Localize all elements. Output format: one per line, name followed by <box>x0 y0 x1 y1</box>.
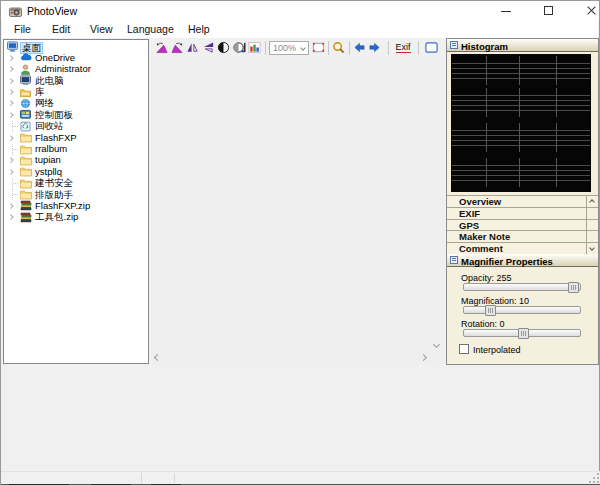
scroll-up-icon[interactable] <box>589 199 595 205</box>
tree-item[interactable]: 库 <box>4 87 148 98</box>
collapse-icon[interactable] <box>450 256 458 264</box>
expand-chevron-icon[interactable] <box>8 55 13 60</box>
tree-item-label[interactable]: 库 <box>35 87 45 98</box>
tree-item-label[interactable]: 控制面板 <box>35 110 73 121</box>
rotate-right-icon[interactable] <box>171 41 184 54</box>
collapse-icon[interactable] <box>450 41 458 49</box>
scroll-down-icon[interactable] <box>433 341 440 348</box>
magnification-slider[interactable] <box>463 306 581 314</box>
user-icon <box>20 64 32 75</box>
expand-chevron-icon[interactable] <box>8 203 13 208</box>
histogram-header[interactable]: Histogram <box>447 39 598 52</box>
back-arrow-icon[interactable] <box>353 41 366 54</box>
section-comment[interactable]: Comment <box>447 242 598 254</box>
tree-item[interactable]: 回收站 <box>4 121 148 132</box>
image-viewer[interactable] <box>151 57 444 364</box>
tree-item-label[interactable]: ystpllq <box>35 167 62 178</box>
opacity-slider[interactable] <box>463 283 581 291</box>
section-overview[interactable]: Overview <box>447 195 598 207</box>
tree-item-label[interactable]: 工具包.zip <box>35 212 78 223</box>
tree-item[interactable]: 网络 <box>4 98 148 109</box>
expand-chevron-icon[interactable] <box>8 89 13 94</box>
tree-item-label[interactable]: OneDrive <box>35 53 75 64</box>
resize-grip[interactable] <box>589 473 599 483</box>
expand-chevron-icon[interactable] <box>8 158 13 163</box>
rotate-left-icon[interactable] <box>155 41 168 54</box>
histogram-title: Histogram <box>461 41 508 52</box>
tree-item[interactable]: 排版助手 <box>4 189 148 200</box>
tree-item[interactable]: 控制面板 <box>4 109 148 120</box>
interpolated-checkbox[interactable] <box>459 344 469 354</box>
section-maker-note[interactable]: Maker Note <box>447 230 598 242</box>
crop-marks-icon[interactable] <box>312 41 325 54</box>
flip-horizontal-icon[interactable] <box>186 41 199 54</box>
scroll-left-icon[interactable] <box>154 354 161 361</box>
tree-item[interactable]: tupian <box>4 155 148 166</box>
section-gps[interactable]: GPS <box>447 219 598 231</box>
metadata-scrollbar[interactable] <box>586 195 598 254</box>
brightness-icon[interactable] <box>233 41 246 54</box>
tree-item-label[interactable]: FlashFXP <box>35 133 77 144</box>
app-icon <box>9 5 22 18</box>
opacity-slider-thumb[interactable] <box>568 282 579 293</box>
tree-item[interactable]: 此电脑 <box>4 75 148 86</box>
tree-item-label[interactable]: 此电脑 <box>35 76 64 87</box>
zoom-combobox[interactable]: 100% <box>269 41 309 55</box>
maximize-button[interactable] <box>532 1 566 21</box>
expand-chevron-icon[interactable] <box>8 215 13 220</box>
magnifier-icon[interactable] <box>332 41 345 54</box>
section-exif[interactable]: EXIF <box>447 207 598 219</box>
interpolated-label: Interpolated <box>473 345 521 355</box>
expand-chevron-icon[interactable] <box>8 112 13 117</box>
tree-item[interactable]: FlashFXP <box>4 132 148 143</box>
tree-item[interactable]: ystpllq <box>4 166 148 177</box>
fit-window-icon[interactable] <box>425 41 438 54</box>
chevron-down-icon[interactable] <box>300 45 306 51</box>
color-balance-icon[interactable] <box>248 41 261 54</box>
close-button[interactable] <box>574 1 600 21</box>
tree-item[interactable]: 桌面 <box>4 41 148 52</box>
expand-chevron-icon[interactable] <box>8 67 13 72</box>
desktop-icon <box>7 41 19 52</box>
menu-file[interactable]: File <box>14 22 31 38</box>
tree-guide <box>13 183 19 184</box>
menu-view[interactable]: View <box>90 22 113 38</box>
tree-item-label[interactable]: 网络 <box>35 98 54 109</box>
tree-item-label[interactable]: tupian <box>35 155 61 166</box>
tree-item-label[interactable]: FlashFXP.zip <box>35 201 90 212</box>
tree-item[interactable]: Administrator <box>4 64 148 75</box>
status-bar <box>1 471 600 484</box>
exif-button[interactable]: Exif <box>396 42 411 53</box>
rotation-slider-thumb[interactable] <box>518 328 529 339</box>
expand-chevron-icon[interactable] <box>8 101 13 106</box>
scroll-right-icon[interactable] <box>420 354 427 361</box>
title-bar: PhotoView <box>1 1 599 21</box>
tree-item[interactable]: 工具包.zip <box>4 212 148 223</box>
flip-vertical-icon[interactable] <box>202 41 215 54</box>
tree-item[interactable]: 建书安全 <box>4 178 148 189</box>
tree-item[interactable]: OneDrive <box>4 52 148 63</box>
tree-item-label[interactable]: 回收站 <box>35 121 64 132</box>
forward-arrow-icon[interactable] <box>368 41 381 54</box>
contrast-icon[interactable] <box>217 41 230 54</box>
magnifier-header[interactable]: Magnifier Properties <box>447 254 598 267</box>
onedrive-icon <box>20 52 32 63</box>
folder-icon <box>20 189 32 200</box>
menu-edit[interactable]: Edit <box>52 22 70 38</box>
libraries-icon <box>20 87 32 98</box>
tree-item-label[interactable]: 建书安全 <box>35 178 73 189</box>
tree-item-label[interactable]: rralbum <box>35 144 67 155</box>
expand-chevron-icon[interactable] <box>8 169 13 174</box>
magnification-slider-thumb[interactable] <box>485 305 496 316</box>
tree-item[interactable]: FlashFXP.zip <box>4 200 148 211</box>
tree-item-label[interactable]: Administrator <box>35 64 91 75</box>
menu-language[interactable]: Language <box>127 22 174 38</box>
tree-item[interactable]: rralbum <box>4 144 148 155</box>
expand-chevron-icon[interactable] <box>8 78 13 83</box>
minimize-button[interactable] <box>489 1 523 21</box>
rotation-slider[interactable] <box>463 329 581 337</box>
tree-item-label[interactable]: 排版助手 <box>35 190 73 201</box>
scroll-down-icon[interactable] <box>589 245 595 251</box>
menu-help[interactable]: Help <box>188 22 210 38</box>
expand-chevron-icon[interactable] <box>8 135 13 140</box>
